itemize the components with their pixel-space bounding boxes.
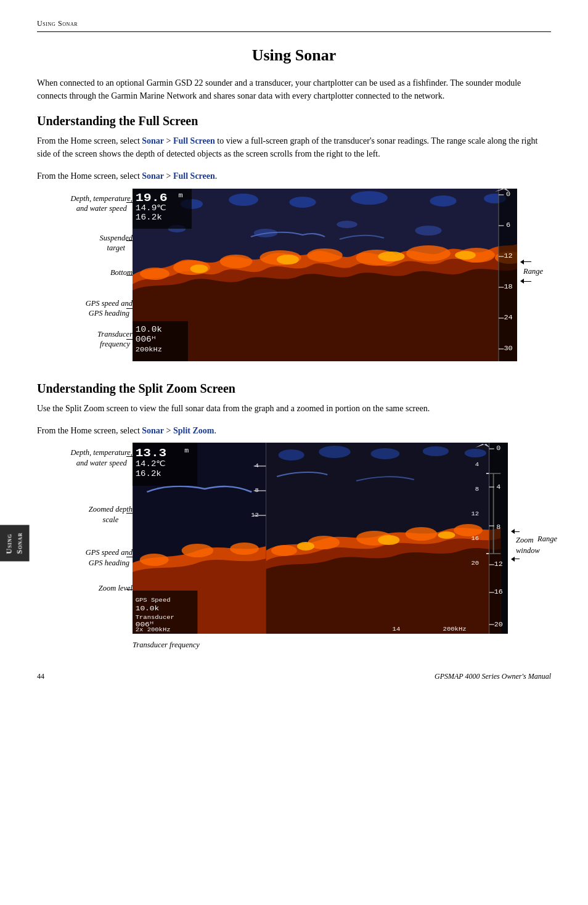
svg-text:12: 12 [504,253,512,260]
svg-text:4: 4 [475,462,479,468]
label2-depth: Depth, temperature,and water speed [70,448,133,468]
label-gps: GPS speed andGPS heading [86,298,133,319]
svg-point-12 [140,268,169,280]
svg-text:Transducer: Transducer [136,615,174,621]
fullscreen-link-1: Full Screen [173,136,215,145]
section2-heading: Understanding the Split Zoom Screen [37,380,551,397]
section1-heading: Understanding the Full Screen [37,112,551,129]
svg-text:6: 6 [506,222,510,229]
svg-rect-79 [489,443,508,634]
diagram1-labels-left: Depth, temperature,and water speed Suspe… [37,189,133,361]
svg-point-24 [455,251,476,260]
section2-body: Use the Split Zoom screen to view the fu… [37,402,551,415]
svg-text:006ᴴ: 006ᴴ [136,335,155,344]
label2-gps: GPS speed andGPS heading [86,547,133,568]
svg-text:24: 24 [504,314,513,321]
svg-text:10.0k: 10.0k [136,326,162,334]
sonar-link-3: Sonar [142,426,164,435]
svg-point-23 [378,252,404,261]
svg-point-10 [337,221,357,228]
svg-text:8: 8 [496,524,500,531]
svg-text:16: 16 [494,589,503,596]
svg-text:14: 14 [393,626,401,633]
label-zoom-window: Zoomwindow [511,529,540,562]
svg-point-63 [279,449,304,461]
svg-point-3 [229,194,258,206]
diagram2-labels-right: Zoomwindow Range [508,443,551,634]
svg-point-59 [140,554,169,566]
svg-point-21 [190,264,208,273]
svg-text:0: 0 [506,191,510,198]
svg-text:m: m [178,192,183,199]
svg-text:2x  200kHz: 2x 200kHz [136,627,171,633]
svg-text:200kHz: 200kHz [136,346,162,353]
svg-text:16.2k: 16.2k [136,213,162,222]
svg-point-65 [370,448,399,459]
svg-point-16 [307,248,343,262]
page-number: 44 [37,671,44,682]
svg-text:10.0k: 10.0k [136,605,160,613]
page-title: Using Sonar [37,44,551,67]
sonar-svg-1: 0 6 12 18 24 30 19.6 m 14.9℃ [133,189,517,361]
svg-text:13.3: 13.3 [136,448,167,460]
svg-point-64 [319,446,351,458]
svg-text:8: 8 [475,486,479,493]
svg-text:0: 0 [496,445,500,452]
sonar-svg-2: 4 8 12 [133,443,508,634]
sonar-display-2: 4 8 12 [133,443,508,634]
manual-title: GPSMAP 4000 Series Owner's Manual [435,671,551,682]
svg-point-14 [220,255,253,268]
page-footer: 44 GPSMAP 4000 Series Owner's Manual [37,671,551,682]
sidebar-tab: UsingSonar [0,525,30,561]
label-range-1: Range [520,260,543,284]
svg-point-61 [230,543,259,555]
label-transducer-freq-2: Transducer frequency [133,640,551,651]
diagram2-labels-left: Depth, temperature,and water speed Zoome… [37,443,133,634]
section1-instruction: From the Home screen, select Sonar > Ful… [37,170,551,182]
section1-body: From the Home screen, select Sonar > Ful… [37,134,551,160]
label-range-2: Range [537,534,557,545]
svg-text:m: m [184,448,189,454]
svg-point-73 [297,542,314,551]
label-bottom: Bottom [110,268,133,277]
svg-text:GPS Speed: GPS Speed [136,597,171,604]
svg-point-22 [277,255,299,264]
svg-text:12: 12 [494,561,503,568]
svg-point-18 [406,245,451,261]
svg-point-68 [271,545,297,556]
svg-rect-25 [499,189,517,361]
breadcrumb: Using Sonar [37,18,551,32]
splitzoom-link: Split Zoom [173,426,214,435]
svg-point-67 [465,449,486,457]
section2-instruction: From the Home screen, select Sonar > Spl… [37,425,551,437]
diagram1-labels-right: Range [517,189,551,361]
svg-point-71 [406,527,438,541]
svg-text:20: 20 [471,560,479,567]
svg-text:19.6: 19.6 [136,191,168,204]
svg-point-6 [430,195,456,207]
svg-text:30: 30 [504,345,512,352]
svg-point-66 [423,446,449,456]
svg-point-4 [289,197,316,208]
svg-point-11 [415,226,441,235]
svg-text:20: 20 [494,621,503,628]
svg-text:4: 4 [496,484,500,491]
label2-zoom-level: Zoom level [99,583,133,593]
diagram-splitzoom: Depth, temperature,and water speed Zoome… [37,443,551,634]
svg-text:18: 18 [504,284,512,290]
sonar-link-1: Sonar [142,136,164,145]
svg-text:16: 16 [471,536,479,542]
sonar-link-2: Sonar [142,171,164,181]
svg-point-74 [378,535,399,545]
svg-text:12: 12 [471,511,479,517]
svg-text:14.9℃: 14.9℃ [136,204,167,213]
sonar-display-1: 0 6 12 18 24 30 19.6 m 14.9℃ [133,189,517,361]
svg-text:14.2℃: 14.2℃ [136,460,166,469]
svg-point-75 [438,531,455,539]
svg-text:16.2k: 16.2k [136,470,161,478]
intro-text: When connected to an optional Garmin GSD… [37,76,551,102]
diagram-fullscreen: Depth, temperature,and water speed Suspe… [37,189,551,361]
fullscreen-link-2: Full Screen [173,171,215,181]
svg-point-60 [182,544,214,557]
label-suspended: Suspendedtarget [100,233,133,253]
